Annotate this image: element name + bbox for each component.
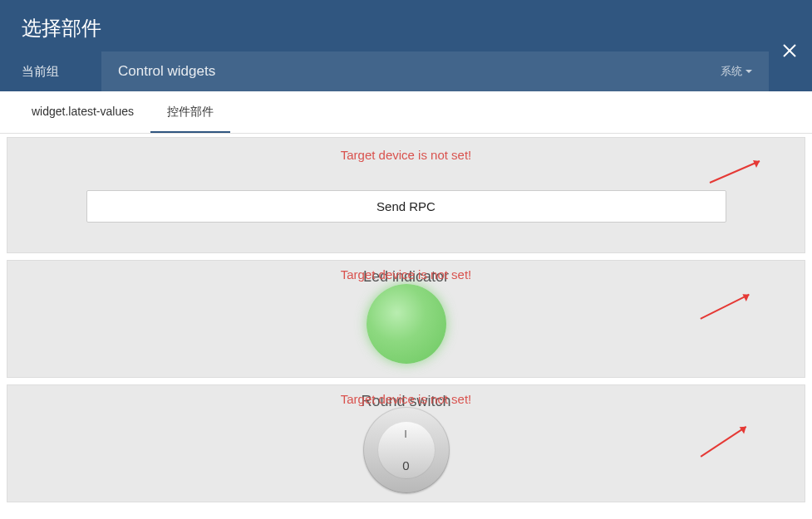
tabs: widget.latest-values 控件部件 <box>0 91 812 134</box>
group-row: 当前组 Control widgets 系统 <box>0 51 812 91</box>
annotation-arrow-icon <box>710 158 768 183</box>
svg-line-2 <box>710 161 760 183</box>
round-switch-icon: I 0 <box>363 407 450 493</box>
widget-card-led-indicator[interactable]: Target device is not set! Led indicator <box>7 260 805 378</box>
title-bar: 选择部件 <box>0 0 812 51</box>
svg-line-6 <box>697 427 750 457</box>
svg-marker-3 <box>753 160 760 168</box>
group-label: 当前组 <box>22 51 101 91</box>
widget-list: Target device is not set! Send RPC Targe… <box>0 134 812 512</box>
tab-latest-values[interactable]: widget.latest-values <box>15 91 150 133</box>
annotation-arrow-icon <box>696 422 758 457</box>
switch-mark-on: I <box>404 428 408 440</box>
error-text: Target device is not set! <box>341 390 472 413</box>
error-text: Target device is not set! <box>341 146 472 169</box>
annotation-arrow-icon <box>699 291 758 319</box>
switch-mark-off: 0 <box>402 458 409 472</box>
dialog-header: 选择部件 当前组 Control widgets 系统 <box>0 0 812 91</box>
bundle-name: Control widgets <box>118 63 215 80</box>
dialog-title: 选择部件 <box>22 15 101 42</box>
widget-bundle-select[interactable]: Control widgets 系统 <box>101 51 769 91</box>
widget-card-send-rpc[interactable]: Target device is not set! Send RPC <box>7 137 805 253</box>
svg-line-4 <box>699 295 750 319</box>
system-label: 系统 <box>721 64 752 79</box>
close-icon <box>782 42 797 62</box>
led-icon <box>367 284 446 364</box>
close-button[interactable] <box>777 40 802 65</box>
switch-knob: I 0 <box>377 421 436 479</box>
svg-marker-5 <box>742 294 749 301</box>
chevron-down-icon <box>746 70 752 73</box>
widget-card-round-switch[interactable]: Target device is not set! Round switch I… <box>7 384 805 502</box>
tab-control-widgets[interactable]: 控件部件 <box>150 91 230 133</box>
error-text: Target device is not set! <box>341 266 472 288</box>
send-rpc-button[interactable]: Send RPC <box>86 190 726 223</box>
svg-marker-7 <box>740 426 747 434</box>
